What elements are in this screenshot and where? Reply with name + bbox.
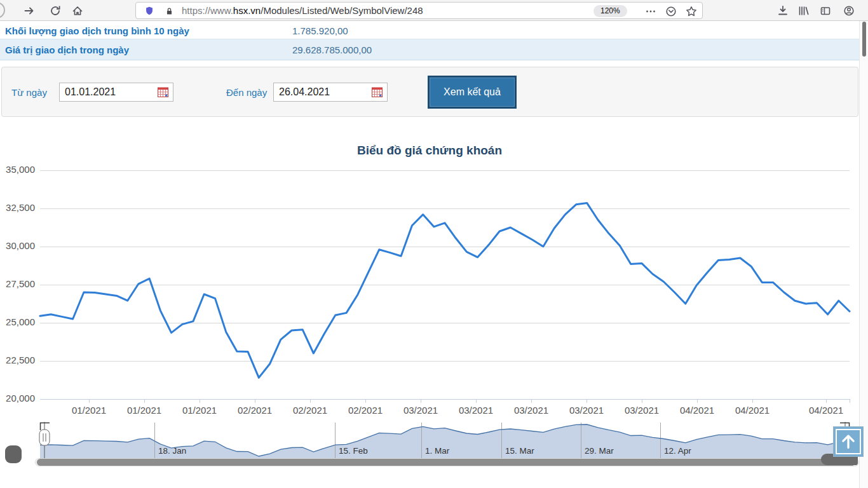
- url-text: https://www.hsx.vn/Modules/Listed/Web/Sy…: [182, 5, 423, 16]
- navigator-tick-label: 15. Mar: [505, 446, 534, 456]
- from-date-input[interactable]: 01.01.2021: [59, 83, 173, 102]
- sidebar-icon: [819, 4, 832, 17]
- ellipsis-icon: [644, 5, 657, 18]
- navigator-tick-label: 12. Apr: [664, 446, 691, 456]
- x-axis-tick-label: 04/2021: [675, 405, 719, 416]
- y-axis-tick-label: 22,500: [0, 355, 35, 365]
- date-filter-panel: Từ ngày 01.01.2021 Đến ngày 26.04.2021 X…: [1, 67, 858, 117]
- url-path: /Modules/Listed/Web/SymbolView/248: [261, 5, 423, 16]
- x-axis-tick-label: 03/2021: [620, 405, 664, 416]
- x-axis-tick-label: 03/2021: [564, 405, 609, 416]
- x-axis-tick-label: 03/2021: [398, 405, 443, 416]
- save-to-pocket-button[interactable]: [665, 5, 677, 18]
- x-axis-tick-label: 04/2021: [804, 405, 848, 416]
- x-axis-tick-label: 01/2021: [177, 405, 222, 416]
- account-button[interactable]: [843, 4, 855, 17]
- navigator-tick-label: 15. Feb: [339, 446, 368, 456]
- x-axis-tick-label: 03/2021: [509, 405, 553, 416]
- reload-button[interactable]: [49, 4, 62, 17]
- home-icon: [71, 4, 84, 17]
- stat-row-volume: Khối lượng giao dịch trung bình 10 ngày …: [0, 21, 859, 39]
- x-axis-tick-label: 04/2021: [730, 405, 775, 416]
- back-button[interactable]: [0, 2, 5, 18]
- browser-toolbar: https://www.hsx.vn/Modules/Listed/Web/Sy…: [0, 0, 868, 21]
- stat-row-value: Giá trị giao dịch trong ngày 29.628.785.…: [0, 39, 859, 60]
- star-icon: [685, 5, 698, 18]
- arrow-up-icon: [834, 427, 863, 456]
- zoom-level-badge[interactable]: 120%: [593, 5, 627, 17]
- forward-button[interactable]: [23, 4, 36, 17]
- sidebar-toggle-button[interactable]: [819, 4, 832, 17]
- y-axis-tick-label: 32,500: [0, 202, 35, 213]
- from-calendar-icon[interactable]: [158, 87, 168, 100]
- bookmark-star-button[interactable]: [685, 5, 698, 18]
- download-icon: [776, 4, 789, 17]
- navigator-scrollbar-thumb[interactable]: [37, 459, 855, 466]
- x-axis-tick-label: 01/2021: [67, 405, 111, 416]
- y-axis-tick-label: 27,500: [0, 278, 35, 289]
- to-calendar-icon[interactable]: [372, 87, 383, 100]
- library-button[interactable]: [797, 4, 810, 17]
- view-results-button[interactable]: Xem kết quả: [428, 76, 517, 109]
- library-icon: [797, 4, 811, 17]
- lock-icon[interactable]: [164, 6, 175, 20]
- pocket-icon: [665, 5, 677, 18]
- navigator-tick-label: 18. Jan: [158, 446, 186, 456]
- y-axis-tick-label: 25,000: [0, 316, 35, 327]
- y-axis-tick-label: 30,000: [0, 240, 35, 251]
- price-chart: [0, 159, 859, 408]
- y-axis-tick-label: 35,000: [0, 164, 35, 175]
- scroll-to-top-button[interactable]: [833, 426, 864, 457]
- x-axis-tick-label: 01/2021: [122, 405, 166, 416]
- navigator-tick-label: 29. Mar: [585, 446, 614, 456]
- x-axis-tick-label: 02/2021: [233, 405, 277, 416]
- to-date-input[interactable]: 26.04.2021: [273, 83, 388, 102]
- y-axis-tick-label: 20,000: [0, 393, 35, 403]
- stat-value: 29.628.785.000,00: [292, 44, 372, 55]
- url-protocol: https://www.: [182, 5, 233, 16]
- reload-icon: [49, 4, 62, 17]
- stat-value: 1.785.920,00: [292, 25, 348, 36]
- account-icon: [843, 4, 855, 17]
- stat-label: Giá trị giao dịch trong ngày: [5, 44, 129, 55]
- navigator-scrollbar-left-cap[interactable]: [5, 445, 22, 463]
- from-date-label: Từ ngày: [11, 87, 47, 98]
- url-domain: hsx.vn: [233, 5, 261, 16]
- forward-icon: [23, 4, 36, 17]
- to-date-label: Đến ngày: [226, 87, 267, 98]
- chart-title: Biểu đồ giá chứng khoán: [0, 144, 859, 158]
- x-axis-tick-label: 02/2021: [343, 405, 388, 416]
- page-actions-button[interactable]: [644, 5, 657, 18]
- page-scrollbar-thumb[interactable]: [862, 22, 866, 57]
- page-scrollbar-track[interactable]: [859, 21, 868, 488]
- x-axis-tick-label: 03/2021: [454, 405, 498, 416]
- home-button[interactable]: [71, 4, 84, 17]
- tracking-protection-shield-icon[interactable]: [144, 5, 155, 20]
- from-date-value: 01.01.2021: [65, 86, 116, 98]
- navigator-tick-label: 1. Mar: [425, 446, 449, 456]
- to-date-value: 26.04.2021: [279, 86, 330, 98]
- downloads-button[interactable]: [776, 4, 789, 17]
- url-bar[interactable]: https://www.hsx.vn/Modules/Listed/Web/Sy…: [135, 2, 703, 19]
- stat-label: Khối lượng giao dịch trung bình 10 ngày: [5, 25, 189, 36]
- x-axis-tick-label: 02/2021: [288, 405, 332, 416]
